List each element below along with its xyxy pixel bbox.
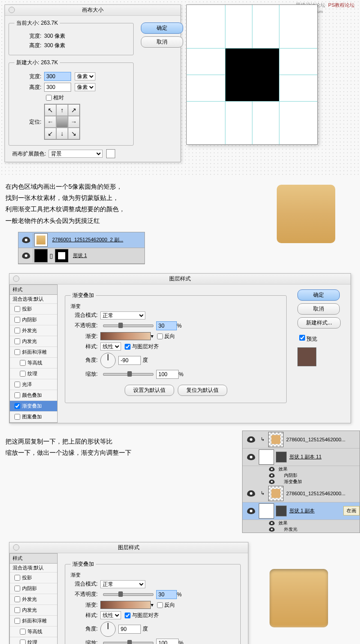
angle-dial[interactable] [100,622,116,637]
style-item[interactable]: 纹理 [10,637,57,644]
style-item[interactable]: 内阴影 [10,315,57,325]
align-checkbox[interactable] [125,613,130,618]
style-item[interactable]: 内阴影 [10,583,57,594]
dialog-title: 画布大小 [5,5,180,16]
ok-button[interactable]: 确定 [141,22,183,34]
width-unit[interactable]: 像素 [75,72,95,80]
dialog-title: 图层样式 [9,542,248,553]
arrow-se-icon[interactable]: ↘ [68,128,80,139]
new-style-button[interactable]: 新建样式... [297,317,341,329]
style-item[interactable]: 光泽 [10,379,57,390]
close-icon[interactable] [13,275,19,282]
scale-slider[interactable] [103,373,153,376]
style-item[interactable]: 等高线 [10,626,57,637]
anchor-center[interactable] [56,116,68,128]
opacity-slider[interactable] [103,324,153,327]
reverse-checkbox[interactable] [157,602,163,608]
fx-row[interactable]: 内阴影 [243,472,360,479]
cancel-button[interactable]: 取消 [141,36,183,48]
arrow-e-icon[interactable]: → [68,116,80,128]
style-item[interactable]: 图案叠加 [10,412,57,422]
visibility-icon[interactable] [22,253,30,259]
layer-thumb [34,233,48,247]
layer-style-dialog: 图层样式 样式 混合选项:默认 投影 内阴影 外发光 内发光 斜面和浮雕 等高线… [9,273,351,423]
set-default-button[interactable]: 设置为默认值 [125,385,174,396]
style-list: 样式 混合选项:默认 投影 内阴影 外发光 内发光 斜面和浮雕 等高线 纹理 光… [9,284,58,423]
arrow-sw-icon[interactable]: ↙ [45,128,56,139]
arrow-w-icon[interactable]: ← [45,116,56,128]
blend-mode-select[interactable]: 正常 [100,311,145,320]
opacity-input[interactable] [156,321,177,330]
angle-input[interactable] [118,356,141,365]
style-item[interactable]: 内发光 [10,336,57,347]
fx-row[interactable]: 效果 [243,466,360,472]
style-item[interactable]: 外发光 [10,325,57,336]
fx-row[interactable]: 效果 [243,520,360,526]
scale-input[interactable] [156,370,179,379]
scale-slider[interactable] [103,642,153,644]
layers-panel: 2786001_125125462000_2 副... ▯ 形状 1 [18,232,145,264]
gradient-preview[interactable] [100,601,151,609]
new-size-group: 新建大小: 263.7K 宽度: 像素 高度: 像素 相对 定位: ↖ ↑ [9,59,134,146]
layer-row[interactable]: ↳ 2786001_125125462000... [243,431,360,449]
opacity-slider[interactable] [103,593,153,596]
layer-row[interactable]: 形状 1 副本 在画 [243,502,360,520]
style-item[interactable]: 混合选项:默认 [10,564,57,573]
layer-row[interactable]: 形状 1 副本 11 [243,449,360,466]
style-item-gradient[interactable]: 渐变叠加 [10,401,57,412]
preview-swatch [297,347,316,366]
preview-checkbox[interactable] [299,335,305,341]
style-item[interactable]: 外发光 [10,594,57,605]
width-input[interactable] [44,72,71,81]
fx-row[interactable]: 渐变叠加 [243,479,360,485]
grad-style-select[interactable]: 线性 [100,342,121,351]
arrow-s-icon[interactable]: ↓ [56,128,68,139]
reverse-checkbox[interactable] [157,333,163,339]
ok-button[interactable]: 确定 [297,289,340,301]
visibility-icon[interactable] [22,237,30,243]
dropdown-icon[interactable]: ▾ [151,333,153,339]
height-unit[interactable]: 像素 [75,83,95,91]
style-item[interactable]: 颜色叠加 [10,390,57,401]
style-item[interactable]: 斜面和浮雕 [10,347,57,358]
instruction-text: 把这两层复制一下，把上层的形状等比 缩放一下，做出一个边缘，渐变方向调整一下 [0,436,237,458]
arrow-n-icon[interactable]: ↑ [56,104,68,116]
color-swatch[interactable] [106,149,115,158]
blend-mode-select[interactable]: 正常 [100,580,145,588]
style-item[interactable]: 等高线 [10,358,57,369]
layer-row[interactable]: ↳ 2786001_125125462000... [243,485,360,502]
align-checkbox[interactable] [125,344,130,350]
layer-row[interactable]: ▯ 形状 1 [18,248,144,264]
close-icon[interactable] [13,544,19,551]
watermark-sub: PS教程论坛 [328,2,355,8]
angle-input[interactable] [118,625,141,634]
scale-input[interactable] [156,639,179,644]
arrow-ne-icon[interactable]: ↗ [68,104,80,116]
arrow-nw-icon[interactable]: ↖ [45,104,56,116]
relative-checkbox[interactable] [46,95,52,101]
layer-row[interactable]: 2786001_125125462000_2 副... [18,232,144,248]
anchor-grid[interactable]: ↖ ↑ ↗ ← → ↙ ↓ ↘ [44,104,80,140]
extension-color-select[interactable]: 背景 [49,150,103,158]
style-list: 样式 混合选项:默认 投影 内阴影 外发光 内发光 斜面和浮雕 等高线 纹理 光… [9,553,58,644]
visibility-icon[interactable] [247,436,255,443]
reset-default-button[interactable]: 复位为默认值 [178,385,227,396]
style-item[interactable]: 内发光 [10,605,57,616]
visibility-icon[interactable] [247,454,255,460]
angle-dial[interactable] [100,353,116,368]
cancel-button[interactable]: 取消 [297,303,340,315]
close-icon[interactable] [9,7,15,13]
style-item[interactable]: 投影 [10,573,57,583]
visibility-icon[interactable] [247,490,255,497]
style-item[interactable]: 投影 [10,304,57,315]
grad-style-select[interactable]: 线性 [100,611,121,619]
height-input[interactable] [44,83,71,92]
visibility-icon[interactable] [247,508,255,514]
dropdown-icon[interactable]: ▾ [151,602,153,608]
style-item[interactable]: 混合选项:默认 [10,295,57,304]
style-item[interactable]: 斜面和浮雕 [10,616,57,626]
gradient-preview[interactable] [100,332,151,340]
style-item[interactable]: 纹理 [10,369,57,379]
opacity-input[interactable] [156,590,177,599]
fx-row[interactable]: 外发光 [243,526,360,533]
